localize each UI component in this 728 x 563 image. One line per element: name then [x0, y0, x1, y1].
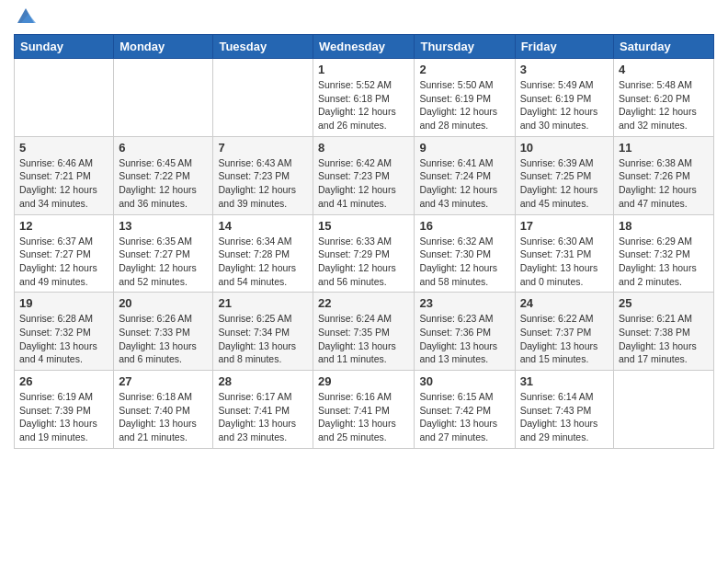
logo-icon	[16, 6, 36, 27]
calendar-week-4: 19Sunrise: 6:28 AMSunset: 7:32 PMDayligh…	[15, 293, 714, 371]
calendar-cell	[114, 59, 213, 137]
calendar-cell: 30Sunrise: 6:15 AMSunset: 7:42 PMDayligh…	[415, 371, 515, 449]
calendar-cell: 28Sunrise: 6:17 AMSunset: 7:41 PMDayligh…	[213, 371, 313, 449]
day-info: Sunrise: 6:46 AMSunset: 7:21 PMDaylight:…	[19, 156, 108, 211]
day-info: Sunrise: 6:22 AMSunset: 7:37 PMDaylight:…	[520, 312, 609, 366]
calendar-header-tuesday: Tuesday	[213, 35, 313, 59]
calendar-cell: 15Sunrise: 6:33 AMSunset: 7:29 PMDayligh…	[313, 214, 415, 293]
day-info: Sunrise: 6:29 AMSunset: 7:32 PMDaylight:…	[619, 235, 709, 289]
day-number: 3	[520, 63, 609, 76]
calendar-cell: 9Sunrise: 6:41 AMSunset: 7:24 PMDaylight…	[415, 136, 515, 214]
calendar-cell	[213, 59, 313, 137]
day-number: 13	[119, 219, 208, 233]
day-info: Sunrise: 6:18 AMSunset: 7:40 PMDaylight:…	[119, 390, 208, 444]
day-info: Sunrise: 6:39 AMSunset: 7:25 PMDaylight:…	[520, 156, 609, 211]
day-number: 25	[619, 296, 709, 310]
day-number: 21	[218, 296, 308, 310]
day-number: 16	[419, 219, 509, 233]
day-number: 2	[419, 63, 509, 76]
day-info: Sunrise: 6:33 AMSunset: 7:29 PMDaylight:…	[318, 235, 409, 289]
calendar-cell: 10Sunrise: 6:39 AMSunset: 7:25 PMDayligh…	[515, 136, 613, 214]
day-info: Sunrise: 6:37 AMSunset: 7:27 PMDaylight:…	[19, 235, 108, 289]
day-info: Sunrise: 5:52 AMSunset: 6:18 PMDaylight:…	[318, 78, 409, 132]
calendar-cell: 16Sunrise: 6:32 AMSunset: 7:30 PMDayligh…	[415, 214, 515, 293]
day-info: Sunrise: 6:42 AMSunset: 7:23 PMDaylight:…	[318, 156, 409, 211]
day-info: Sunrise: 6:43 AMSunset: 7:23 PMDaylight:…	[218, 156, 308, 211]
day-number: 27	[119, 374, 208, 388]
calendar-body: 1Sunrise: 5:52 AMSunset: 6:18 PMDaylight…	[15, 59, 714, 449]
calendar-cell: 27Sunrise: 6:18 AMSunset: 7:40 PMDayligh…	[114, 371, 213, 449]
calendar-table: SundayMondayTuesdayWednesdayThursdayFrid…	[14, 34, 714, 449]
day-info: Sunrise: 6:19 AMSunset: 7:39 PMDaylight:…	[19, 390, 108, 444]
calendar-header-friday: Friday	[515, 35, 613, 59]
calendar-cell: 19Sunrise: 6:28 AMSunset: 7:32 PMDayligh…	[15, 293, 114, 371]
day-number: 7	[218, 141, 308, 155]
calendar-cell: 7Sunrise: 6:43 AMSunset: 7:23 PMDaylight…	[213, 136, 313, 214]
day-number: 6	[119, 141, 208, 155]
day-number: 20	[119, 296, 208, 310]
calendar-header-monday: Monday	[114, 35, 213, 59]
calendar-cell: 22Sunrise: 6:24 AMSunset: 7:35 PMDayligh…	[313, 293, 415, 371]
calendar-week-2: 5Sunrise: 6:46 AMSunset: 7:21 PMDaylight…	[15, 136, 714, 214]
calendar-cell: 14Sunrise: 6:34 AMSunset: 7:28 PMDayligh…	[213, 214, 313, 293]
day-number: 8	[318, 141, 409, 155]
day-info: Sunrise: 6:30 AMSunset: 7:31 PMDaylight:…	[520, 235, 609, 289]
day-number: 26	[19, 374, 108, 388]
calendar-header-row: SundayMondayTuesdayWednesdayThursdayFrid…	[15, 35, 714, 59]
day-info: Sunrise: 6:17 AMSunset: 7:41 PMDaylight:…	[218, 390, 308, 444]
calendar-cell	[15, 59, 114, 137]
calendar-cell: 23Sunrise: 6:23 AMSunset: 7:36 PMDayligh…	[415, 293, 515, 371]
calendar-cell: 21Sunrise: 6:25 AMSunset: 7:34 PMDayligh…	[213, 293, 313, 371]
calendar-cell: 13Sunrise: 6:35 AMSunset: 7:27 PMDayligh…	[114, 214, 213, 293]
calendar-cell: 12Sunrise: 6:37 AMSunset: 7:27 PMDayligh…	[15, 214, 114, 293]
day-number: 24	[520, 296, 609, 310]
day-info: Sunrise: 6:45 AMSunset: 7:22 PMDaylight:…	[119, 156, 208, 211]
day-info: Sunrise: 6:25 AMSunset: 7:34 PMDaylight:…	[218, 312, 308, 366]
calendar-cell: 18Sunrise: 6:29 AMSunset: 7:32 PMDayligh…	[614, 214, 714, 293]
calendar-week-1: 1Sunrise: 5:52 AMSunset: 6:18 PMDaylight…	[15, 59, 714, 137]
day-info: Sunrise: 5:50 AMSunset: 6:19 PMDaylight:…	[419, 78, 509, 132]
day-number: 11	[619, 141, 709, 155]
calendar-cell: 17Sunrise: 6:30 AMSunset: 7:31 PMDayligh…	[515, 214, 613, 293]
calendar-cell	[614, 371, 714, 449]
calendar-week-3: 12Sunrise: 6:37 AMSunset: 7:27 PMDayligh…	[15, 214, 714, 293]
day-number: 19	[19, 296, 108, 310]
day-number: 12	[19, 219, 108, 233]
day-info: Sunrise: 6:23 AMSunset: 7:36 PMDaylight:…	[419, 312, 509, 366]
calendar-header-wednesday: Wednesday	[313, 35, 415, 59]
day-number: 15	[318, 219, 409, 233]
day-number: 1	[318, 63, 409, 76]
day-number: 31	[520, 374, 609, 388]
calendar-cell: 2Sunrise: 5:50 AMSunset: 6:19 PMDaylight…	[415, 59, 515, 137]
day-info: Sunrise: 6:32 AMSunset: 7:30 PMDaylight:…	[419, 235, 509, 289]
day-number: 22	[318, 296, 409, 310]
day-info: Sunrise: 6:35 AMSunset: 7:27 PMDaylight:…	[119, 235, 208, 289]
calendar-header-sunday: Sunday	[15, 35, 114, 59]
day-info: Sunrise: 5:49 AMSunset: 6:19 PMDaylight:…	[520, 78, 609, 132]
day-number: 10	[520, 141, 609, 155]
calendar-cell: 31Sunrise: 6:14 AMSunset: 7:43 PMDayligh…	[515, 371, 613, 449]
calendar-cell: 6Sunrise: 6:45 AMSunset: 7:22 PMDaylight…	[114, 136, 213, 214]
day-info: Sunrise: 6:24 AMSunset: 7:35 PMDaylight:…	[318, 312, 409, 366]
calendar-cell: 25Sunrise: 6:21 AMSunset: 7:38 PMDayligh…	[614, 293, 714, 371]
day-info: Sunrise: 5:48 AMSunset: 6:20 PMDaylight:…	[619, 78, 709, 132]
day-number: 30	[419, 374, 509, 388]
calendar-cell: 29Sunrise: 6:16 AMSunset: 7:41 PMDayligh…	[313, 371, 415, 449]
calendar-cell: 24Sunrise: 6:22 AMSunset: 7:37 PMDayligh…	[515, 293, 613, 371]
calendar-cell: 11Sunrise: 6:38 AMSunset: 7:26 PMDayligh…	[614, 136, 714, 214]
calendar-cell: 5Sunrise: 6:46 AMSunset: 7:21 PMDaylight…	[15, 136, 114, 214]
day-number: 29	[318, 374, 409, 388]
calendar-cell: 26Sunrise: 6:19 AMSunset: 7:39 PMDayligh…	[15, 371, 114, 449]
day-number: 9	[419, 141, 509, 155]
day-number: 4	[619, 63, 709, 76]
day-info: Sunrise: 6:14 AMSunset: 7:43 PMDaylight:…	[520, 390, 609, 444]
day-number: 28	[218, 374, 308, 388]
day-info: Sunrise: 6:26 AMSunset: 7:33 PMDaylight:…	[119, 312, 208, 366]
day-info: Sunrise: 6:15 AMSunset: 7:42 PMDaylight:…	[419, 390, 509, 444]
day-number: 18	[619, 219, 709, 233]
calendar-header-saturday: Saturday	[614, 35, 714, 59]
calendar-week-5: 26Sunrise: 6:19 AMSunset: 7:39 PMDayligh…	[15, 371, 714, 449]
calendar-cell: 1Sunrise: 5:52 AMSunset: 6:18 PMDaylight…	[313, 59, 415, 137]
logo	[14, 14, 36, 27]
calendar-cell: 4Sunrise: 5:48 AMSunset: 6:20 PMDaylight…	[614, 59, 714, 137]
